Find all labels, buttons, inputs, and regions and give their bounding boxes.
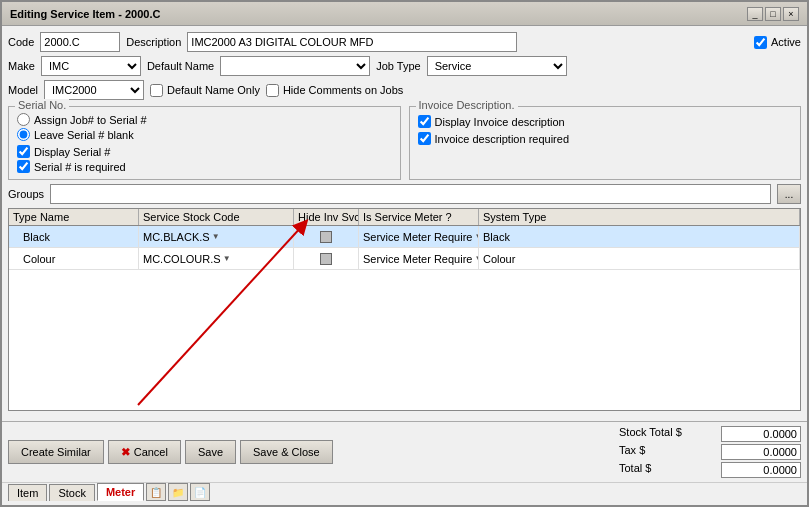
title-bar: Editing Service Item - 2000.C _ □ × bbox=[2, 2, 807, 26]
tab-bar: Item Stock Meter 📋 📁 📄 bbox=[2, 482, 807, 505]
display-invoice-group: Display Invoice description bbox=[418, 115, 793, 128]
window-title: Editing Service Item - 2000.C bbox=[10, 8, 160, 20]
display-serial-group: Display Serial # bbox=[17, 145, 392, 158]
default-name-only-label: Default Name Only bbox=[167, 84, 260, 96]
default-name-label: Default Name bbox=[147, 60, 214, 72]
serial-section: Serial No. Assign Job# to Serial # Leave… bbox=[8, 106, 401, 180]
make-label: Make bbox=[8, 60, 35, 72]
display-invoice-label: Display Invoice description bbox=[435, 116, 565, 128]
groups-button[interactable]: ... bbox=[777, 184, 801, 204]
model-select[interactable]: IMC2000 bbox=[44, 80, 144, 100]
totals-area: Stock Total $ 0.0000 Tax $ 0.0000 Total … bbox=[619, 426, 801, 478]
save-close-button[interactable]: Save & Close bbox=[240, 440, 333, 464]
hide-inv-checkbox-1[interactable] bbox=[320, 231, 332, 243]
code-input[interactable] bbox=[40, 32, 120, 52]
total-value: 0.0000 bbox=[721, 462, 801, 478]
td-stockcode-2: MC.COLOUR.S ▼ bbox=[139, 248, 294, 269]
bottom-left: Create Similar ✖ Cancel Save Save & Clos… bbox=[8, 440, 333, 464]
description-input[interactable] bbox=[187, 32, 517, 52]
default-name-select[interactable] bbox=[220, 56, 370, 76]
code-label: Code bbox=[8, 36, 34, 48]
tab-stock[interactable]: Stock bbox=[49, 484, 95, 501]
cell-stockcode-2: MC.COLOUR.S bbox=[143, 253, 221, 265]
td-hideinvsvc-1 bbox=[294, 226, 359, 247]
invoice-required-checkbox[interactable] bbox=[418, 132, 431, 145]
display-serial-checkbox[interactable] bbox=[17, 145, 30, 158]
tab-icon-3[interactable]: 📄 bbox=[190, 483, 210, 501]
totals-grid: Stock Total $ 0.0000 Tax $ 0.0000 Total … bbox=[619, 426, 801, 478]
save-button[interactable]: Save bbox=[185, 440, 236, 464]
th-systemtype: System Type bbox=[479, 209, 800, 225]
td-systemtype-1: Black bbox=[479, 226, 800, 247]
row-code-desc: Code Description Active bbox=[8, 32, 801, 52]
td-isservicemeter-2: Service Meter Require ▼ bbox=[359, 248, 479, 269]
create-similar-button[interactable]: Create Similar bbox=[8, 440, 104, 464]
assign-radio[interactable] bbox=[17, 113, 30, 126]
leave-radio[interactable] bbox=[17, 128, 30, 141]
leave-label: Leave Serial # blank bbox=[34, 129, 134, 141]
td-typename-1: Black bbox=[9, 226, 139, 247]
th-typename: Type Name bbox=[9, 209, 139, 225]
default-name-only-checkbox[interactable] bbox=[150, 84, 163, 97]
tab-item[interactable]: Item bbox=[8, 484, 47, 501]
action-buttons: Create Similar ✖ Cancel Save Save & Clos… bbox=[8, 440, 333, 464]
invoice-required-label: Invoice description required bbox=[435, 133, 570, 145]
td-isservicemeter-1: Service Meter Require ▼ bbox=[359, 226, 479, 247]
td-systemtype-2: Colour bbox=[479, 248, 800, 269]
make-select[interactable]: IMC bbox=[41, 56, 141, 76]
leave-radio-item: Leave Serial # blank bbox=[17, 128, 392, 141]
cell-systemtype-2: Colour bbox=[483, 253, 515, 265]
row-make: Make IMC Default Name Job Type Service bbox=[8, 56, 801, 76]
tab-icon-2[interactable]: 📁 bbox=[168, 483, 188, 501]
stockcode-dropdown-1[interactable]: ▼ bbox=[212, 232, 220, 241]
active-checkbox-group: Active bbox=[754, 36, 801, 49]
stock-total-value: 0.0000 bbox=[721, 426, 801, 442]
serial-radio-group: Assign Job# to Serial # Leave Serial # b… bbox=[17, 113, 392, 141]
hide-comments-group: Hide Comments on Jobs bbox=[266, 84, 403, 97]
tab-meter[interactable]: Meter bbox=[97, 483, 144, 501]
minimize-button[interactable]: _ bbox=[747, 7, 763, 21]
table-body: Black MC.BLACK.S ▼ Service Meter Require… bbox=[9, 226, 800, 270]
groups-input[interactable] bbox=[50, 184, 771, 204]
serial-section-title: Serial No. bbox=[15, 99, 69, 111]
cell-isservicemeter-2: Service Meter Require bbox=[363, 253, 472, 265]
job-type-select[interactable]: Service bbox=[427, 56, 567, 76]
table-row[interactable]: Colour MC.COLOUR.S ▼ Service Meter Requi… bbox=[9, 248, 800, 270]
serial-required-group: Serial # is required bbox=[17, 160, 392, 173]
hide-comments-label: Hide Comments on Jobs bbox=[283, 84, 403, 96]
invoice-section-title: Invoice Description. bbox=[416, 99, 518, 111]
cell-systemtype-1: Black bbox=[483, 231, 510, 243]
tab-icon-1[interactable]: 📋 bbox=[146, 483, 166, 501]
td-hideinvsvc-2 bbox=[294, 248, 359, 269]
cancel-label: Cancel bbox=[134, 446, 168, 458]
serial-required-checkbox[interactable] bbox=[17, 160, 30, 173]
cell-typename-2: Colour bbox=[13, 253, 55, 265]
hide-inv-checkbox-2[interactable] bbox=[320, 253, 332, 265]
cell-isservicemeter-1: Service Meter Require bbox=[363, 231, 472, 243]
close-button[interactable]: × bbox=[783, 7, 799, 21]
total-label: Total $ bbox=[619, 462, 719, 478]
groups-label: Groups bbox=[8, 188, 44, 200]
default-name-only-group: Default Name Only bbox=[150, 84, 260, 97]
cancel-icon: ✖ bbox=[121, 446, 130, 459]
restore-button[interactable]: □ bbox=[765, 7, 781, 21]
bottom-bar: Create Similar ✖ Cancel Save Save & Clos… bbox=[2, 421, 807, 482]
table-row[interactable]: Black MC.BLACK.S ▼ Service Meter Require… bbox=[9, 226, 800, 248]
active-label: Active bbox=[771, 36, 801, 48]
cancel-button[interactable]: ✖ Cancel bbox=[108, 440, 181, 464]
table-header: Type Name Service Stock Code Hide Inv Sv… bbox=[9, 209, 800, 226]
stockcode-dropdown-2[interactable]: ▼ bbox=[223, 254, 231, 263]
hide-comments-checkbox[interactable] bbox=[266, 84, 279, 97]
display-invoice-checkbox[interactable] bbox=[418, 115, 431, 128]
th-stockcode: Service Stock Code bbox=[139, 209, 294, 225]
main-window: Editing Service Item - 2000.C _ □ × Code… bbox=[0, 0, 809, 507]
row-model: Model IMC2000 Default Name Only Hide Com… bbox=[8, 80, 801, 100]
cell-stockcode-1: MC.BLACK.S bbox=[143, 231, 210, 243]
active-checkbox[interactable] bbox=[754, 36, 767, 49]
invoice-required-group: Invoice description required bbox=[418, 132, 793, 145]
th-hideinvsvc: Hide Inv Svc bbox=[294, 209, 359, 225]
model-label: Model bbox=[8, 84, 38, 96]
cell-typename-1: Black bbox=[13, 231, 50, 243]
assign-radio-item: Assign Job# to Serial # bbox=[17, 113, 392, 126]
description-label: Description bbox=[126, 36, 181, 48]
